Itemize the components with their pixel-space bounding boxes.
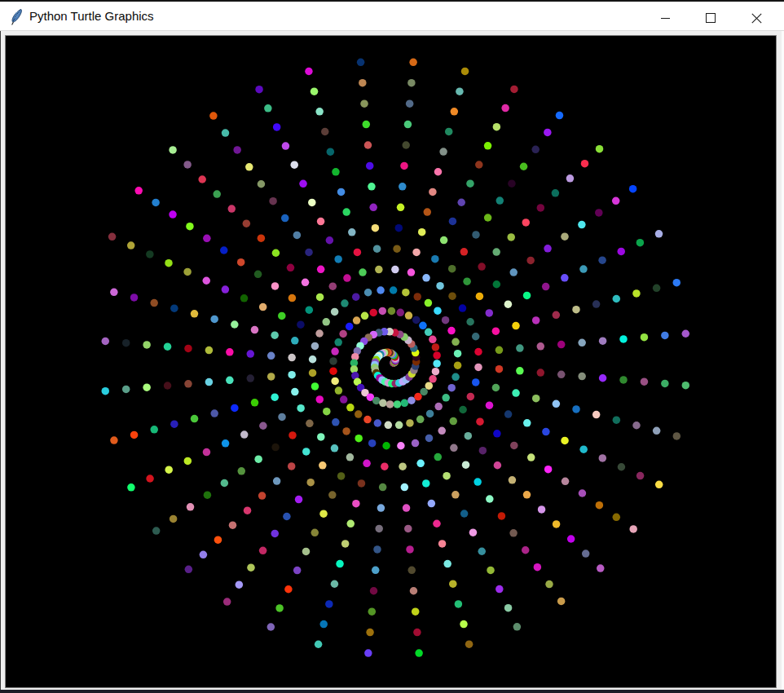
window-left-border <box>0 31 1 690</box>
client-area <box>0 31 784 690</box>
close-icon <box>751 13 762 24</box>
taskbar-sliver <box>0 690 784 693</box>
minimize-button[interactable] <box>642 3 688 33</box>
window-controls <box>642 3 779 33</box>
turtle-canvas[interactable] <box>5 35 777 688</box>
minimize-icon <box>660 13 670 23</box>
maximize-button[interactable] <box>688 3 733 33</box>
maximize-icon <box>706 13 716 23</box>
window-title: Python Turtle Graphics <box>29 2 154 31</box>
titlebar[interactable]: Python Turtle Graphics <box>0 0 784 31</box>
close-button[interactable] <box>733 3 779 33</box>
tk-feather-icon <box>8 8 24 26</box>
turtle-graphics-window: Python Turtle Graphics <box>0 0 784 693</box>
